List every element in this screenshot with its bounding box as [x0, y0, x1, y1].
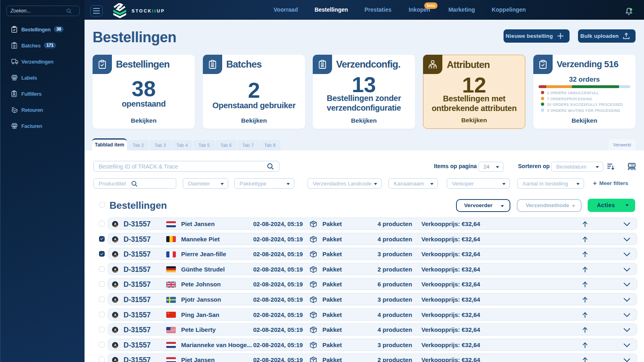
svg-text:a: a — [114, 251, 116, 256]
svg-text:a: a — [114, 221, 116, 226]
svg-text:a: a — [114, 236, 116, 241]
svg-text:a: a — [114, 312, 116, 317]
svg-text:a: a — [114, 357, 116, 362]
svg-text:a: a — [114, 327, 116, 332]
svg-text:a: a — [114, 266, 116, 271]
svg-text:a: a — [114, 282, 116, 286]
svg-text:a: a — [114, 296, 116, 301]
svg-text:a: a — [114, 342, 116, 347]
